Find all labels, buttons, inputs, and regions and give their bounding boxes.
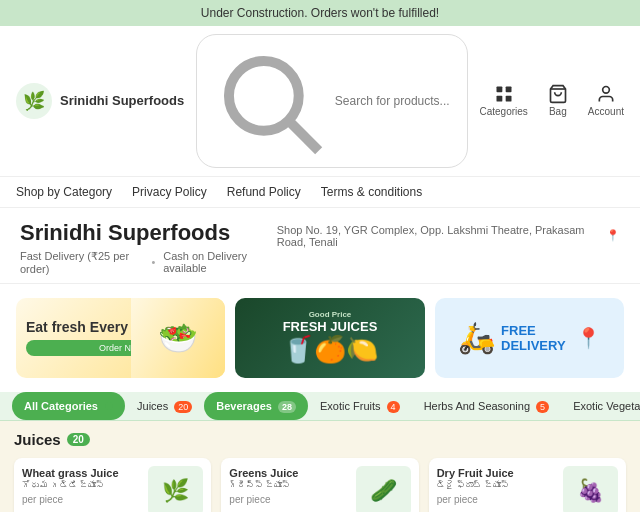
store-header-left: Srinidhi Superfoods Fast Delivery (₹25 p… (20, 220, 277, 275)
account-icon (596, 84, 616, 104)
banner-eat-image: 🥗 (131, 298, 225, 378)
location-icon: 📍 (606, 229, 620, 242)
products-section: Juices 20 Wheat grass Juice గోధుమ గడ్డి … (0, 421, 640, 512)
product-card: Greens Juice గ్రీన్స్ జ్యూస్ per piece 🥒… (221, 458, 418, 512)
svg-rect-4 (496, 96, 502, 102)
tab-exotic-veg-label: Exotic Vegetables (573, 400, 640, 412)
banner-delivery-label: DELIVERY (501, 338, 566, 353)
bag-icon (548, 84, 568, 104)
section-title: Juices 20 (14, 431, 626, 448)
svg-rect-3 (505, 87, 511, 93)
store-title: Srinidhi Superfoods (20, 220, 277, 246)
product-card: Wheat grass Juice గోధుమ గడ్డి జ్యూస్ per… (14, 458, 211, 512)
top-banner: Under Construction. Orders won't be fulf… (0, 0, 640, 26)
product-name-2: Dry Fruit Juice (437, 466, 559, 480)
banner-juices-emoji: 🥤🍊🍋 (235, 334, 424, 365)
banner-juices: Good Price FRESH JUICES 🥤🍊🍋 (235, 298, 424, 378)
product-sub-1: గ్రీన్స్ జ్యూస్ (229, 480, 351, 491)
banner-juices-subtext: Good Price (235, 310, 424, 319)
search-icon (209, 41, 329, 161)
product-img-1: 🥒 (356, 466, 411, 512)
account-label: Account (588, 106, 624, 117)
product-name-0: Wheat grass Juice (22, 466, 144, 480)
header: 🌿 Srinidhi Superfoods Categories Bag Acc… (0, 26, 640, 177)
search-input[interactable] (335, 94, 455, 108)
product-info-1: Greens Juice గ్రీన్స్ జ్యూస్ per piece (229, 466, 355, 505)
tab-herbs-count: 5 (536, 401, 549, 413)
banner-text: Under Construction. Orders won't be fulf… (201, 6, 439, 20)
tab-all-label: All Categories (24, 400, 98, 412)
nav-privacy-policy[interactable]: Privacy Policy (132, 185, 207, 199)
product-unit-2: per piece (437, 494, 559, 505)
header-icons: Categories Bag Account (480, 84, 625, 117)
banner-juices-content: Good Price FRESH JUICES 🥤🍊🍋 (235, 310, 424, 365)
product-name-1: Greens Juice (229, 466, 351, 480)
categories-label: Categories (480, 106, 528, 117)
svg-point-0 (229, 61, 299, 131)
store-meta-cod: Cash on Delivery available (163, 250, 277, 274)
banner-juices-main-text: FRESH JUICES (235, 319, 424, 334)
tab-herbs-label: Herbs And Seasoning (424, 400, 530, 412)
product-unit-0: per piece (22, 494, 144, 505)
tab-juices[interactable]: Juices 20 (125, 392, 204, 420)
nav-terms[interactable]: Terms & conditions (321, 185, 422, 199)
product-unit-1: per piece (229, 494, 351, 505)
product-card: Dry Fruit Juice డ్రై ఫ్రూట్ జ్యూస్ per p… (429, 458, 626, 512)
tab-exotic-fruits[interactable]: Exotic Fruits 4 (308, 392, 412, 420)
product-sub-0: గోధుమ గడ్డి జ్యూస్ (22, 480, 144, 491)
nav-refund-policy[interactable]: Refund Policy (227, 185, 301, 199)
dot-separator: • (151, 256, 155, 268)
search-bar[interactable] (196, 34, 467, 168)
product-info-0: Wheat grass Juice గోధుమ గడ్డి జ్యూస్ per… (22, 466, 148, 505)
banner-delivery: 🛵 FREE DELIVERY 📍 (435, 298, 624, 378)
banner-delivery-text: FREE DELIVERY (501, 323, 566, 353)
tab-beverages[interactable]: Beverages 28 (204, 392, 308, 420)
section-title-text: Juices (14, 431, 61, 448)
svg-rect-5 (505, 96, 511, 102)
svg-point-7 (603, 87, 610, 94)
bag-button[interactable]: Bag (548, 84, 568, 117)
product-top-1: Greens Juice గ్రీన్స్ జ్యూస్ per piece 🥒 (229, 466, 410, 512)
tab-all-categories[interactable]: All Categories (12, 392, 125, 420)
tab-herbs[interactable]: Herbs And Seasoning 5 (412, 392, 562, 420)
store-address-text: Shop No. 19, YGR Complex, Opp. Lakshmi T… (277, 224, 602, 248)
bag-label: Bag (549, 106, 567, 117)
tab-beverages-count: 28 (278, 401, 296, 413)
tab-juices-count: 20 (174, 401, 192, 413)
banner-delivery-emoji: 🛵 (458, 320, 495, 355)
tab-juices-label: Juices (137, 400, 168, 412)
store-header: Srinidhi Superfoods Fast Delivery (₹25 p… (0, 208, 640, 284)
tab-beverages-label: Beverages (216, 400, 272, 412)
svg-rect-2 (496, 87, 502, 93)
store-header-top: Srinidhi Superfoods Fast Delivery (₹25 p… (20, 220, 620, 275)
nav-shop-by-category[interactable]: Shop by Category (16, 185, 112, 199)
category-tabs: All Categories Juices 20 Beverages 28 Ex… (0, 392, 640, 421)
account-button[interactable]: Account (588, 84, 624, 117)
store-address: Shop No. 19, YGR Complex, Opp. Lakshmi T… (277, 224, 620, 248)
logo-area: 🌿 Srinidhi Superfoods (16, 83, 184, 119)
banner-eat: Eat fresh Every Day Order Now 🥗 (16, 298, 225, 378)
product-info-2: Dry Fruit Juice డ్రై ఫ్రూట్ జ్యూస్ per p… (437, 466, 563, 505)
product-top-2: Dry Fruit Juice డ్రై ఫ్రూట్ జ్యూస్ per p… (437, 466, 618, 512)
product-sub-2: డ్రై ఫ్రూట్ జ్యూస్ (437, 480, 559, 491)
store-meta-delivery: Fast Delivery (₹25 per order) (20, 250, 143, 275)
brand-name: Srinidhi Superfoods (60, 93, 184, 108)
banners: Eat fresh Every Day Order Now 🥗 Good Pri… (0, 284, 640, 392)
categories-button[interactable]: Categories (480, 84, 528, 117)
banner-delivery-free: FREE (501, 323, 536, 338)
logo-icon: 🌿 (16, 83, 52, 119)
section-count-badge: 20 (67, 433, 90, 446)
grid-icon (494, 84, 514, 104)
tab-exotic-fruits-count: 4 (387, 401, 400, 413)
tab-exotic-vegetables[interactable]: Exotic Vegetables 1 (561, 392, 640, 420)
product-top-0: Wheat grass Juice గోధుమ గడ్డి జ్యూస్ per… (22, 466, 203, 512)
nav-bar: Shop by Category Privacy Policy Refund P… (0, 177, 640, 208)
product-grid: Wheat grass Juice గోధుమ గడ్డి జ్యూస్ per… (14, 458, 626, 512)
tab-all-dot (105, 402, 113, 410)
tab-exotic-fruits-label: Exotic Fruits (320, 400, 381, 412)
svg-line-1 (291, 123, 318, 150)
store-meta: Fast Delivery (₹25 per order) • Cash on … (20, 250, 277, 275)
banner-location-icon: 📍 (576, 326, 601, 350)
product-img-0: 🌿 (148, 466, 203, 512)
product-img-2: 🍇 (563, 466, 618, 512)
